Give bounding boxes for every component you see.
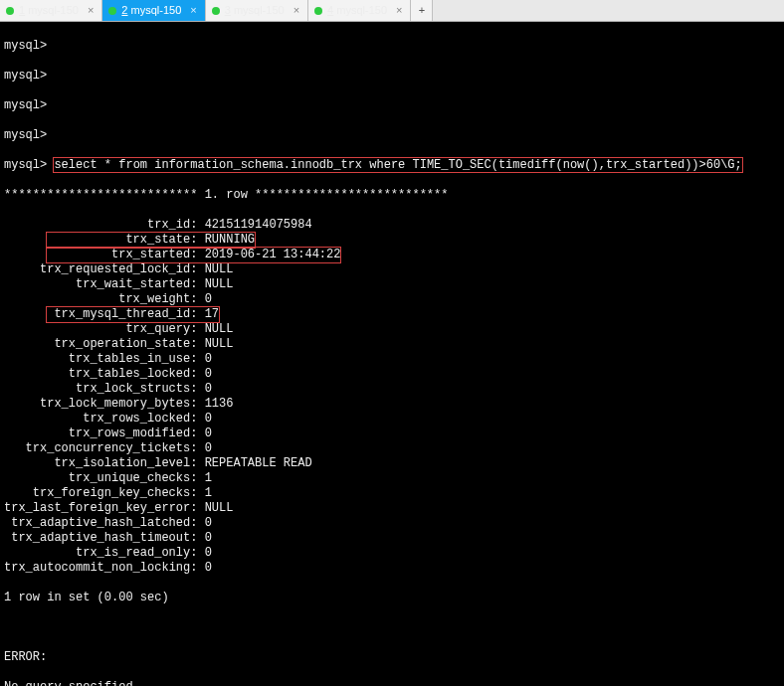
prompt-line: mysql> (4, 98, 780, 113)
error-label: ERROR: (4, 650, 780, 665)
field-trx_id: trx_id: 421511914075984 (4, 218, 780, 233)
row-header: *************************** 1. row *****… (4, 188, 780, 203)
field-trx_lock_memory_bytes: trx_lock_memory_bytes: 1136 (4, 397, 780, 412)
field-trx_state: trx_state: RUNNING (4, 233, 780, 248)
prompt-line: mysql> (4, 128, 780, 143)
field-trx_weight: trx_weight: 0 (4, 292, 780, 307)
status-dot-icon (314, 7, 322, 15)
tab-3[interactable]: 3 mysql-150× (206, 0, 308, 21)
field-trx_adaptive_hash_timeout: trx_adaptive_hash_timeout: 0 (4, 531, 780, 546)
terminal-output: mysql> mysql> mysql> mysql> mysql> selec… (0, 22, 784, 686)
tab-label: 4 mysql-150 (327, 4, 387, 18)
field-trx_foreign_key_checks: trx_foreign_key_checks: 1 (4, 486, 780, 501)
prompt-line: mysql> (4, 69, 780, 84)
field-trx_unique_checks: trx_unique_checks: 1 (4, 471, 780, 486)
field-trx_rows_modified: trx_rows_modified: 0 (4, 427, 780, 441)
tab-bar: 1 mysql-150×2 mysql-150×3 mysql-150×4 my… (0, 0, 784, 22)
field-trx_started: trx_started: 2019-06-21 13:44:22 (4, 248, 780, 262)
field-trx_lock_structs: trx_lock_structs: 0 (4, 382, 780, 397)
field-trx_tables_locked: trx_tables_locked: 0 (4, 367, 780, 382)
field-trx_is_read_only: trx_is_read_only: 0 (4, 546, 780, 561)
tab-1[interactable]: 1 mysql-150× (0, 0, 102, 21)
close-icon[interactable]: × (88, 4, 94, 18)
tab-label: 2 mysql-150 (121, 4, 181, 18)
field-trx_adaptive_hash_latched: trx_adaptive_hash_latched: 0 (4, 516, 780, 531)
close-icon[interactable]: × (190, 4, 196, 18)
query-line: mysql> select * from information_schema.… (4, 158, 780, 173)
field-trx_wait_started: trx_wait_started: NULL (4, 277, 780, 292)
query-highlight: select * from information_schema.innodb_… (54, 158, 741, 172)
tab-label: 3 mysql-150 (225, 4, 285, 18)
status-dot-icon (212, 7, 220, 15)
field-trx_query: trx_query: NULL (4, 322, 780, 337)
field-trx_isolation_level: trx_isolation_level: REPEATABLE READ (4, 456, 780, 471)
tab-4[interactable]: 4 mysql-150× (308, 0, 411, 21)
field-trx_last_foreign_key_error: trx_last_foreign_key_error: NULL (4, 501, 780, 516)
close-icon[interactable]: × (294, 4, 299, 18)
field-trx_tables_in_use: trx_tables_in_use: 0 (4, 352, 780, 367)
tab-add-button[interactable]: + (411, 0, 433, 21)
status-dot-icon (108, 7, 116, 15)
rows-footer: 1 row in set (0.00 sec) (4, 591, 780, 605)
field-trx_operation_state: trx_operation_state: NULL (4, 337, 780, 352)
field-trx_requested_lock_id: trx_requested_lock_id: NULL (4, 262, 780, 277)
field-trx_mysql_thread_id: trx_mysql_thread_id: 17 (4, 307, 780, 322)
error-msg: No query specified (4, 680, 780, 686)
status-dot-icon (6, 7, 14, 15)
tab-2[interactable]: 2 mysql-150× (102, 0, 205, 21)
field-trx_rows_locked: trx_rows_locked: 0 (4, 412, 780, 427)
field-trx_concurrency_tickets: trx_concurrency_tickets: 0 (4, 441, 780, 456)
prompt-line: mysql> (4, 39, 780, 54)
field-trx_autocommit_non_locking: trx_autocommit_non_locking: 0 (4, 561, 780, 576)
tab-label: 1 mysql-150 (19, 4, 79, 18)
close-icon[interactable]: × (396, 4, 402, 18)
